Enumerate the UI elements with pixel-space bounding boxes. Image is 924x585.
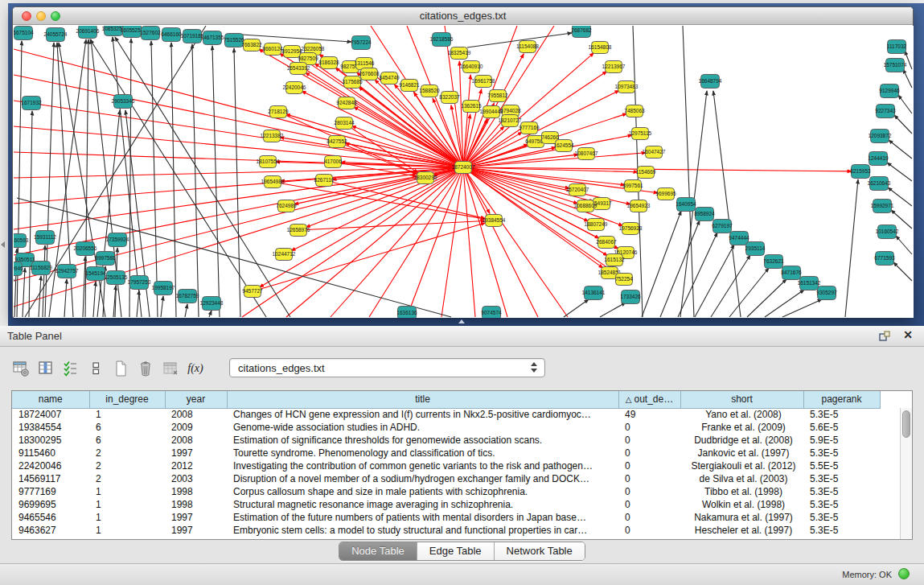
- table-row[interactable]: 946362711997Embryonic stem cells: a mode…: [12, 524, 880, 537]
- graph-node[interactable]: 1624554: [553, 140, 574, 152]
- network-graph[interactable]: 1872400766751042405572420691406108532571…: [14, 26, 914, 318]
- graph-node[interactable]: 1545194: [85, 267, 106, 281]
- graph-node[interactable]: 8454749: [379, 72, 400, 84]
- graph-node[interactable]: 8267110: [314, 175, 335, 187]
- graph-node[interactable]: 9699695: [655, 188, 676, 200]
- graph-node[interactable]: 6279197: [712, 220, 733, 233]
- graph-node[interactable]: 7624989: [276, 200, 297, 212]
- graph-node[interactable]: 16047427: [643, 146, 666, 159]
- graph-node[interactable]: 9777169: [519, 122, 540, 134]
- table-row[interactable]: 946554611997Estimation of the future num…: [12, 511, 880, 524]
- graph-node[interactable]: 12213382: [261, 130, 284, 142]
- graph-node[interactable]: 16648794: [699, 75, 722, 89]
- graph-node[interactable]: 9457727: [242, 286, 263, 298]
- scrollbar-thumb[interactable]: [902, 410, 910, 438]
- memory-indicator-icon[interactable]: [898, 568, 910, 579]
- graph-node[interactable]: 12658976: [287, 225, 310, 237]
- graph-node[interactable]: 8427552: [326, 136, 347, 148]
- graph-node[interactable]: 6675104: [14, 27, 34, 40]
- column-header-in_degree[interactable]: in_degree: [89, 391, 165, 408]
- graph-node[interactable]: 11156829: [30, 262, 52, 275]
- graph-node[interactable]: 1733426: [620, 290, 641, 304]
- graph-node[interactable]: 1636136: [396, 307, 417, 319]
- column-header-short[interactable]: short: [680, 391, 803, 408]
- rows-icon[interactable]: [84, 357, 107, 380]
- graph-node[interactable]: 9129946: [879, 84, 900, 98]
- graph-node[interactable]: 12975115: [629, 128, 652, 140]
- graph-node[interactable]: 10688609: [574, 200, 598, 212]
- graph-node[interactable]: 19218586: [430, 33, 454, 47]
- graph-node[interactable]: 10244712: [273, 249, 296, 261]
- column-header-title[interactable]: title: [227, 391, 618, 408]
- graph-node[interactable]: 16961758: [472, 76, 495, 88]
- graph-node[interactable]: 1671932: [21, 97, 42, 110]
- table-row[interactable]: 969969511998Structural magnetic resonanc…: [12, 498, 880, 511]
- table-options-icon[interactable]: [10, 357, 32, 380]
- graph-node[interactable]: 12923448: [200, 297, 224, 311]
- graph-node[interactable]: 15720407: [566, 184, 589, 196]
- graph-node[interactable]: 8660124: [262, 43, 283, 56]
- graph-node[interactable]: 1640954: [676, 198, 696, 212]
- graph-node[interactable]: 1615132: [604, 254, 625, 266]
- graph-node[interactable]: 12942757: [55, 265, 79, 278]
- graph-node[interactable]: 1117032: [887, 40, 907, 54]
- graph-node[interactable]: 22420046: [283, 82, 306, 94]
- graph-node[interactable]: 28260593: [14, 234, 29, 248]
- graph-node[interactable]: 10160542: [876, 225, 899, 239]
- function-builder-icon[interactable]: f(x): [184, 357, 207, 380]
- graph-node[interactable]: 1362615: [461, 101, 482, 113]
- graph-node[interactable]: 1244419: [868, 152, 889, 166]
- graph-node[interactable]: 18724007: [452, 162, 475, 174]
- graph-node[interactable]: 19654923: [627, 200, 651, 212]
- graph-node[interactable]: 19958197: [152, 282, 175, 295]
- graph-node[interactable]: 7632621: [763, 255, 784, 269]
- column-header-out_de[interactable]: △out_de…: [618, 391, 680, 408]
- graph-node[interactable]: 752254: [615, 274, 633, 286]
- graph-node[interactable]: 8471676: [781, 266, 802, 280]
- graph-node[interactable]: 2718129: [268, 106, 289, 118]
- float-window-icon[interactable]: [877, 329, 892, 344]
- graph-node[interactable]: 9146821: [399, 80, 420, 92]
- graph-node[interactable]: 7485063: [624, 105, 645, 117]
- table-row[interactable]: 1872400712008Changes of HCN gene express…: [12, 408, 880, 421]
- graph-node[interactable]: 2687682: [571, 26, 592, 38]
- graph-node[interactable]: 1154669: [636, 167, 656, 179]
- graph-node[interactable]: 12213967: [602, 61, 626, 73]
- table-row[interactable]: 1456911722003Disruption of a novel membe…: [12, 472, 880, 485]
- graph-node[interactable]: 10973483: [615, 81, 639, 93]
- graph-node[interactable]: 18107554: [257, 156, 280, 168]
- select-all-columns-icon[interactable]: [60, 357, 82, 380]
- new-table-icon[interactable]: [109, 357, 132, 380]
- table-selector-combobox[interactable]: citations_edges.txt: [229, 358, 545, 377]
- graph-node[interactable]: 16782759: [176, 290, 199, 303]
- table-row[interactable]: 1938455462009Genome-wide association stu…: [12, 421, 880, 434]
- graph-node[interactable]: 16210643: [868, 177, 891, 191]
- graph-node[interactable]: 17359924: [106, 233, 129, 247]
- graph-node[interactable]: 19756928: [619, 223, 643, 235]
- tab-network-table[interactable]: Network Table: [494, 542, 585, 560]
- column-header-name[interactable]: name: [12, 391, 89, 408]
- graph-node[interactable]: 8997561: [622, 180, 643, 192]
- graph-node[interactable]: 7663822: [241, 39, 262, 51]
- graph-node[interactable]: 19384554: [483, 215, 506, 227]
- graph-node[interactable]: 18325419: [448, 47, 471, 60]
- import-table-icon[interactable]: [159, 357, 182, 380]
- graph-node[interactable]: 10807467: [575, 148, 598, 160]
- graph-node[interactable]: 2935114: [745, 242, 766, 256]
- column-header-year[interactable]: year: [165, 391, 227, 408]
- graph-node[interactable]: 14136141: [582, 286, 606, 300]
- graph-node[interactable]: 8215953: [850, 165, 871, 179]
- vertical-scrollbar[interactable]: [900, 408, 912, 539]
- graph-node[interactable]: 15992971: [871, 200, 894, 213]
- graph-node[interactable]: 12505135: [105, 271, 128, 285]
- graph-node[interactable]: 9305297: [816, 286, 837, 300]
- tab-node-table[interactable]: Node Table: [339, 542, 417, 560]
- tab-edge-table[interactable]: Edge Table: [417, 542, 494, 560]
- graph-node[interactable]: 29053346: [112, 95, 135, 109]
- graph-node[interactable]: 2803144: [334, 117, 355, 130]
- window-titlebar[interactable]: citations_edges.txt: [13, 7, 913, 25]
- table-row[interactable]: 1830029562008Estimation of significance …: [12, 434, 880, 447]
- graph-node[interactable]: 9074574: [481, 307, 502, 319]
- graph-node[interactable]: 9227343: [875, 105, 896, 118]
- graph-node[interactable]: 8958924: [694, 208, 715, 221]
